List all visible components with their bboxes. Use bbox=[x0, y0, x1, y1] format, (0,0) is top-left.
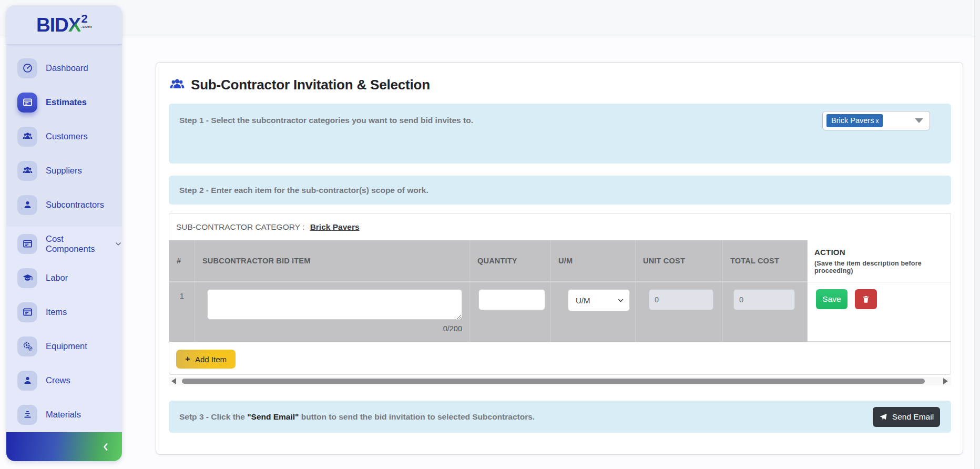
sidebar-item-cost-components[interactable]: Cost Components bbox=[6, 227, 122, 261]
scroll-left-arrow[interactable] bbox=[171, 378, 176, 384]
step2-instruction: Step 2 - Enter each item for the sub-con… bbox=[179, 186, 428, 195]
um-select[interactable]: U/M bbox=[568, 289, 630, 311]
sidebar-item-items[interactable]: Items bbox=[6, 295, 122, 329]
window-icon bbox=[17, 234, 37, 254]
brand-suffix: .com bbox=[81, 25, 92, 29]
sidebar-item-equipment[interactable]: Equipment bbox=[6, 329, 122, 363]
category-multiselect[interactable]: Brick Pavers x bbox=[822, 111, 930, 130]
horizontal-scrollbar[interactable] bbox=[169, 377, 951, 385]
sidebar-item-subcontractors[interactable]: Subcontractors bbox=[6, 188, 122, 222]
brand-logo: BIDX 2 .com bbox=[36, 15, 92, 35]
header-total-cost: TOTAL COST bbox=[723, 240, 808, 282]
users-icon bbox=[17, 161, 37, 181]
selected-category-chip: Brick Pavers x bbox=[826, 114, 883, 127]
header-num: # bbox=[169, 240, 195, 282]
table-header-row: # SUBCONTRACTOR BID ITEM QUANTITY U/M UN… bbox=[169, 240, 951, 282]
add-item-label: Add Item bbox=[195, 355, 227, 364]
unit-cost-input bbox=[649, 289, 713, 310]
send-icon bbox=[879, 413, 892, 421]
scrollbar-thumb[interactable] bbox=[182, 379, 925, 384]
step3-text-suffix: button to send the bid invitation to sel… bbox=[299, 412, 535, 421]
sidebar-nav-secondary: Cost Components Labor Items Equipment Cr… bbox=[6, 227, 122, 432]
brand-x: X bbox=[68, 14, 81, 36]
brand-name: BID bbox=[36, 14, 68, 36]
sidebar-item-label: Dashboard bbox=[46, 63, 88, 73]
send-email-label: Send Email bbox=[892, 412, 934, 422]
bid-items-table: # SUBCONTRACTOR BID ITEM QUANTITY U/M UN… bbox=[169, 240, 951, 342]
sidebar-item-labor[interactable]: Labor bbox=[6, 261, 122, 295]
plus-icon: + bbox=[185, 354, 190, 364]
sidebar: BIDX 2 .com Dashboard Estimates Customer… bbox=[6, 5, 122, 461]
trash-icon bbox=[862, 295, 870, 303]
logo-block[interactable]: BIDX 2 .com bbox=[6, 5, 122, 45]
step2-banner: Step 2 - Enter each item for the sub-con… bbox=[169, 176, 951, 205]
users-icon bbox=[169, 76, 186, 93]
category-heading-label: SUB-CONTRACTOR CATEGORY : bbox=[176, 222, 304, 231]
dropdown-caret-icon bbox=[915, 118, 923, 123]
chevron-left-icon bbox=[101, 442, 110, 452]
header-action-title: ACTION bbox=[814, 248, 845, 257]
step3-text-emphasis: "Send Email" bbox=[247, 412, 299, 421]
sidebar-item-crews[interactable]: Crews bbox=[6, 363, 122, 397]
header-um: U/M bbox=[551, 240, 636, 282]
sidebar-nav-primary: Dashboard Estimates Customers Suppliers … bbox=[6, 45, 122, 227]
user-icon bbox=[17, 195, 37, 215]
table-row: 1 0/200 U/M bbox=[169, 282, 951, 342]
step1-banner: Step 1 - Select the subcontractor catego… bbox=[169, 104, 951, 164]
graduation-cap-icon bbox=[17, 268, 37, 288]
total-cost-input bbox=[733, 289, 795, 310]
sidebar-item-label: Labor bbox=[46, 273, 68, 283]
sidebar-item-label: Crews bbox=[46, 375, 70, 385]
um-select-value: U/M bbox=[576, 296, 590, 305]
window-icon bbox=[17, 302, 37, 322]
users-icon bbox=[17, 127, 37, 147]
step3-instruction: Setp 3 - Click the "Send Email" button t… bbox=[179, 412, 535, 422]
save-button[interactable]: Save bbox=[816, 289, 848, 309]
sidebar-item-label: Items bbox=[46, 307, 67, 317]
category-heading-value[interactable]: Brick Pavers bbox=[310, 222, 360, 231]
quantity-input[interactable] bbox=[478, 289, 545, 310]
sidebar-item-suppliers[interactable]: Suppliers bbox=[6, 154, 122, 188]
delete-button[interactable] bbox=[855, 289, 877, 309]
sidebar-item-label: Subcontractors bbox=[46, 200, 104, 210]
speedometer-icon bbox=[17, 58, 37, 78]
sidebar-item-customers[interactable]: Customers bbox=[6, 119, 122, 154]
sidebar-collapse-button[interactable] bbox=[97, 438, 115, 456]
brand-sup: 2 bbox=[81, 13, 87, 25]
step3-banner: Setp 3 - Click the "Send Email" button t… bbox=[169, 401, 951, 433]
category-panel: SUB-CONTRACTOR CATEGORY : Brick Pavers #… bbox=[169, 213, 951, 375]
header-bid-item: SUBCONTRACTOR BID ITEM bbox=[195, 240, 470, 282]
sidebar-item-label: Suppliers bbox=[46, 166, 82, 176]
add-item-button[interactable]: + Add Item bbox=[176, 350, 236, 369]
top-band bbox=[0, 0, 980, 37]
sidebar-item-label: Customers bbox=[46, 131, 88, 141]
sidebar-item-estimates[interactable]: Estimates bbox=[6, 85, 122, 119]
sidebar-item-label: Equipment bbox=[46, 341, 87, 351]
app-root: BIDX 2 .com Dashboard Estimates Customer… bbox=[0, 0, 980, 469]
remove-category-icon[interactable]: x bbox=[875, 117, 879, 125]
scroll-right-arrow[interactable] bbox=[943, 378, 948, 384]
category-heading: SUB-CONTRACTOR CATEGORY : Brick Pavers bbox=[176, 222, 360, 232]
row-number: 1 bbox=[169, 291, 195, 300]
gears-icon bbox=[17, 337, 37, 356]
header-action-note: (Save the item description before procee… bbox=[814, 260, 951, 274]
header-quantity: QUANTITY bbox=[470, 240, 551, 282]
sidebar-item-dashboard[interactable]: Dashboard bbox=[6, 51, 122, 85]
step3-text-prefix: Setp 3 - Click the bbox=[179, 412, 247, 421]
selected-category-label: Brick Pavers bbox=[831, 116, 874, 125]
page-title-row: Sub-Contractor Invitation & Selection bbox=[169, 76, 430, 93]
sidebar-item-label: Materials bbox=[46, 410, 81, 420]
vertical-scrollbar[interactable] bbox=[974, 0, 980, 469]
user-icon bbox=[17, 371, 37, 391]
header-unit-cost: UNIT COST bbox=[636, 240, 723, 282]
window-icon bbox=[17, 93, 37, 113]
page-title: Sub-Contractor Invitation & Selection bbox=[191, 77, 430, 93]
char-counter: 0/200 bbox=[207, 324, 462, 333]
chevron-down-icon bbox=[617, 297, 624, 304]
bid-item-textarea[interactable] bbox=[207, 289, 462, 320]
send-email-button[interactable]: Send Email bbox=[873, 407, 940, 427]
main-card: Sub-Contractor Invitation & Selection St… bbox=[156, 62, 963, 455]
sidebar-item-materials[interactable]: Materials bbox=[6, 397, 122, 432]
layers-icon bbox=[17, 405, 37, 425]
step1-instruction: Step 1 - Select the subcontractor catego… bbox=[179, 116, 473, 125]
